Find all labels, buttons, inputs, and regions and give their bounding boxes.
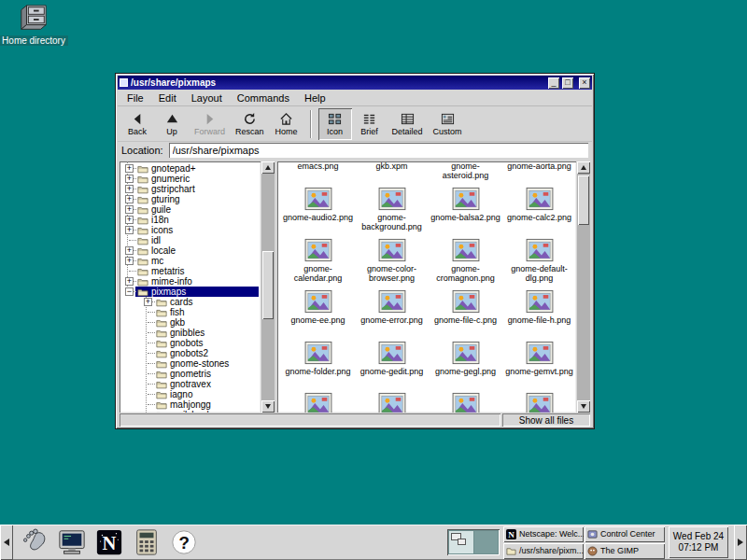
file-gnome-balsa2.png[interactable]: gnome-balsa2.png xyxy=(429,184,502,235)
pager-desktop-1[interactable] xyxy=(449,531,473,553)
expander-expand-icon[interactable]: + xyxy=(125,185,134,193)
pager-desktop-2[interactable] xyxy=(474,531,499,553)
files-scrollbar[interactable] xyxy=(577,161,590,413)
tree-item-icons[interactable]: +icons xyxy=(121,225,261,235)
tree-item-idl[interactable]: idl xyxy=(121,235,261,245)
scroll-up-button[interactable] xyxy=(261,161,275,174)
tree-scrollbar[interactable] xyxy=(261,161,275,413)
file-gnome-calendar.png[interactable]: gnome-calendar.png xyxy=(281,235,355,287)
files-scrollbar-trough[interactable] xyxy=(577,174,590,400)
file-gnome-gemvt.png[interactable]: gnome-gemvt.png xyxy=(502,338,576,389)
tree-scrollbar-thumb[interactable] xyxy=(262,251,274,319)
location-input[interactable] xyxy=(169,143,588,158)
tree-item-pixmaps[interactable]: −pixmaps xyxy=(121,287,261,297)
clock-applet[interactable]: Wed Feb 24 07:12 PM xyxy=(669,526,728,558)
toolbar-button-custom[interactable]: Custom xyxy=(429,108,467,140)
files-scrollbar-thumb[interactable] xyxy=(578,175,589,225)
tree-item-locale[interactable]: +locale xyxy=(121,245,261,256)
panel-hide-right-button[interactable] xyxy=(734,525,747,560)
expander-expand-icon[interactable]: + xyxy=(125,257,134,265)
expander-collapse-icon[interactable]: − xyxy=(125,287,134,296)
file-gnome-asteroid.png[interactable]: gnome-asteroid.png xyxy=(429,161,502,184)
task-button-/usr/share/pixm...[interactable]: /usr/share/pixm... xyxy=(503,543,584,559)
menu-edit[interactable]: Edit xyxy=(151,91,184,105)
panel-hide-left-button[interactable] xyxy=(0,525,13,560)
toolbar-button-home[interactable]: Home xyxy=(270,108,303,140)
expander-expand-icon[interactable]: + xyxy=(125,164,134,173)
close-button[interactable]: × xyxy=(579,77,590,89)
expander-expand-icon[interactable]: + xyxy=(125,205,134,214)
desk-guide-pager[interactable] xyxy=(447,529,500,555)
expander-expand-icon[interactable]: + xyxy=(125,226,134,234)
launcher-calculator[interactable] xyxy=(131,526,162,558)
window-menu-icon[interactable] xyxy=(120,78,128,87)
toolbar-button-forward[interactable]: Forward xyxy=(190,108,230,140)
toolbar-button-up[interactable]: Up xyxy=(155,108,189,140)
tree-item-gnobots2[interactable]: gnobots2 xyxy=(121,348,261,358)
maximize-button[interactable]: □ xyxy=(562,77,573,89)
file-item[interactable] xyxy=(429,389,502,413)
expander-expand-icon[interactable]: + xyxy=(125,175,134,183)
expander-expand-icon[interactable]: + xyxy=(125,195,134,203)
menu-help[interactable]: Help xyxy=(297,91,333,105)
tree-item-gstripchart[interactable]: +gstripchart xyxy=(121,184,261,194)
file-gnome-calc2.png[interactable]: gnome-calc2.png xyxy=(502,184,576,235)
tree-item-iagno[interactable]: iagno xyxy=(121,389,261,399)
menu-layout[interactable]: Layout xyxy=(184,91,230,105)
task-button-netscape-welc...[interactable]: NNetscape: Welc... xyxy=(503,526,584,542)
tree-item-mc[interactable]: +mc xyxy=(121,256,261,266)
file-item[interactable] xyxy=(502,389,576,413)
file-gnome-background.png[interactable]: gnome-background.png xyxy=(355,184,429,235)
expander-expand-icon[interactable]: + xyxy=(125,246,134,255)
file-gnome-default-dlg.png[interactable]: gnome-default-dlg.png xyxy=(502,235,576,287)
launcher-main-menu[interactable] xyxy=(19,526,50,558)
file-gnome-ee.png[interactable]: gnome-ee.png xyxy=(281,287,355,338)
toolbar-button-icon[interactable]: Icon xyxy=(318,108,352,140)
window-titlebar[interactable]: /usr/share/pixmaps _ □ × xyxy=(118,76,592,90)
tree-item-gnome-stones[interactable]: gnome-stones xyxy=(121,358,261,369)
tree-item-mahjongg[interactable]: mahjongg xyxy=(121,399,261,410)
scroll-down-button[interactable] xyxy=(577,400,590,413)
menu-file[interactable]: File xyxy=(120,91,151,105)
tree-item-fish[interactable]: fish xyxy=(121,307,261,317)
tree-item-cards[interactable]: +cards xyxy=(121,297,261,307)
file-gnome-file-c.png[interactable]: gnome-file-c.png xyxy=(429,287,502,338)
minimize-button[interactable]: _ xyxy=(548,77,559,89)
tree-item-gturing[interactable]: +gturing xyxy=(121,194,261,204)
tree-item-gnotepad+[interactable]: +gnotepad+ xyxy=(121,163,261,174)
tree-item-mailcheck[interactable]: mailcheck xyxy=(121,410,261,413)
tree-item-guile[interactable]: +guile xyxy=(121,204,261,215)
tree-scrollbar-trough[interactable] xyxy=(261,174,275,400)
menu-commands[interactable]: Commands xyxy=(230,91,297,105)
file-item[interactable] xyxy=(355,389,429,413)
file-gnome-cromagnon.png[interactable]: gnome-cromagnon.png xyxy=(429,235,502,287)
tree-item-gnobots[interactable]: gnobots xyxy=(121,338,261,348)
expander-expand-icon[interactable]: + xyxy=(125,277,134,286)
tree-item-gnotravex[interactable]: gnotravex xyxy=(121,379,261,389)
task-button-control-center[interactable]: Control Center xyxy=(585,526,665,542)
file-gnome-gegl.png[interactable]: gnome-gegl.png xyxy=(429,338,502,389)
toolbar-button-brief[interactable]: Brief xyxy=(353,108,387,140)
tree-item-gnibbles[interactable]: gnibbles xyxy=(121,328,261,338)
file-gkb.xpm[interactable]: gkb.xpm xyxy=(355,161,429,184)
scroll-up-button[interactable] xyxy=(577,161,590,174)
file-gnome-audio2.png[interactable]: gnome-audio2.png xyxy=(281,184,355,235)
toolbar-button-rescan[interactable]: Rescan xyxy=(231,108,269,140)
launcher-terminal[interactable] xyxy=(56,526,88,558)
desktop-icon-home[interactable]: Home directory xyxy=(4,4,63,46)
file-gnome-folder.png[interactable]: gnome-folder.png xyxy=(281,338,355,389)
file-gnome-error.png[interactable]: gnome-error.png xyxy=(355,287,429,338)
file-gnome-aorta.png[interactable]: gnome-aorta.png xyxy=(502,161,576,184)
task-button-the-gimp[interactable]: The GIMP xyxy=(585,543,665,559)
tree-item-mime-info[interactable]: +mime-info xyxy=(121,276,261,287)
tree-item-gkb[interactable]: gkb xyxy=(121,317,261,328)
file-emacs.png[interactable]: emacs.png xyxy=(281,161,355,184)
launcher-help[interactable]: ? xyxy=(168,526,200,558)
file-gnome-file-h.png[interactable]: gnome-file-h.png xyxy=(502,287,576,338)
expander-expand-icon[interactable]: + xyxy=(144,298,152,306)
scroll-down-button[interactable] xyxy=(261,400,275,413)
toolbar-button-detailed[interactable]: Detailed xyxy=(388,108,428,140)
launcher-netscape[interactable]: N xyxy=(93,526,125,558)
tree-item-metatris[interactable]: metatris xyxy=(121,266,261,276)
tree-item-gnumeric[interactable]: +gnumeric xyxy=(121,174,261,184)
